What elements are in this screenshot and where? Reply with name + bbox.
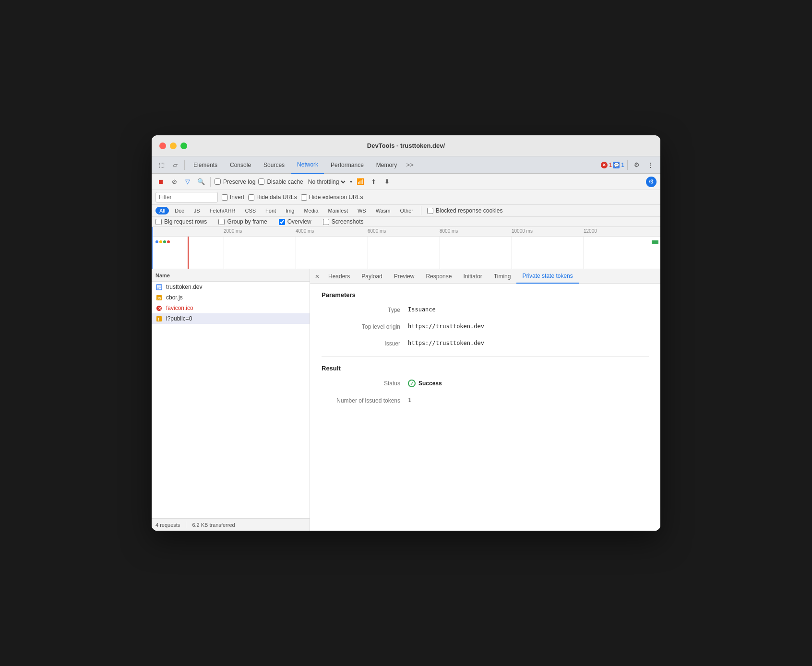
detail-tabs: × Headers Payload Preview Response Initi… bbox=[310, 269, 660, 284]
upload-icon[interactable]: ⬆ bbox=[369, 177, 379, 187]
preserve-log-label[interactable]: Preserve log bbox=[215, 178, 255, 185]
type-btn-manifest[interactable]: Manifest bbox=[324, 207, 352, 214]
blocked-cookies-label[interactable]: Blocked response cookies bbox=[427, 207, 502, 214]
group-by-frame-label[interactable]: Group by frame bbox=[218, 218, 267, 225]
network-settings-icon[interactable]: ⚙ bbox=[646, 177, 657, 187]
transferred-size: 6.2 KB transferred bbox=[192, 522, 235, 528]
tl-gridline-5 bbox=[512, 237, 512, 269]
tab-payload[interactable]: Payload bbox=[356, 269, 388, 284]
invert-label[interactable]: Invert bbox=[222, 194, 244, 201]
close-detail-button[interactable]: × bbox=[312, 271, 322, 282]
warn-count: 1 bbox=[621, 162, 624, 168]
warn-badge[interactable]: 💬 1 bbox=[613, 162, 624, 168]
type-btn-media[interactable]: Media bbox=[300, 207, 322, 214]
settings-gear-icon[interactable]: ⚙ bbox=[631, 159, 643, 171]
type-btn-font[interactable]: Font bbox=[262, 207, 280, 214]
type-btn-ws[interactable]: WS bbox=[354, 207, 370, 214]
group-by-frame-checkbox[interactable] bbox=[218, 219, 225, 225]
more-options-icon[interactable]: ⋮ bbox=[644, 159, 657, 171]
wifi-icon[interactable]: 📶 bbox=[355, 177, 366, 187]
type-btn-all[interactable]: All bbox=[155, 207, 169, 214]
tab-performance[interactable]: Performance bbox=[325, 156, 370, 174]
param-row-status: Status ✓ Success bbox=[322, 380, 649, 387]
invert-checkbox[interactable] bbox=[222, 194, 228, 201]
request-list: Name trusttoken.dev JS bbox=[152, 269, 310, 531]
minimize-button[interactable] bbox=[170, 143, 177, 149]
request-name: i?public=0 bbox=[166, 315, 306, 322]
blocked-cookies-checkbox[interactable] bbox=[427, 208, 433, 214]
list-item[interactable]: ! i?public=0 bbox=[152, 313, 310, 324]
type-btn-img[interactable]: Img bbox=[282, 207, 298, 214]
type-btn-other[interactable]: Other bbox=[396, 207, 417, 214]
tab-private-state-tokens[interactable]: Private state tokens bbox=[516, 269, 578, 284]
type-sep bbox=[421, 206, 421, 215]
tab-headers[interactable]: Headers bbox=[322, 269, 356, 284]
more-tabs-icon[interactable]: >> bbox=[404, 159, 416, 171]
hide-ext-urls-checkbox[interactable] bbox=[301, 194, 307, 201]
param-label-top-level-origin: Top level origin bbox=[322, 323, 408, 330]
error-badge[interactable]: ✕ 1 bbox=[601, 162, 612, 168]
tab-preview[interactable]: Preview bbox=[388, 269, 420, 284]
screenshots-label[interactable]: Screenshots bbox=[323, 218, 364, 225]
stop-recording-icon[interactable]: ⏹ bbox=[155, 177, 166, 187]
big-rows-label[interactable]: Big request rows bbox=[155, 218, 207, 225]
devtools-body: ⬚ ▱ Elements Console Sources Network Per… bbox=[152, 156, 660, 531]
big-rows-checkbox[interactable] bbox=[155, 219, 162, 225]
type-btn-js[interactable]: JS bbox=[190, 207, 204, 214]
tab-response[interactable]: Response bbox=[420, 269, 457, 284]
tl-mark-12000: 12000 bbox=[584, 228, 597, 234]
result-section-title: Result bbox=[322, 365, 649, 372]
param-row-issuer: Issuer https://trusttoken.dev bbox=[322, 340, 649, 347]
tab-timing[interactable]: Timing bbox=[488, 269, 517, 284]
check-circle-icon: ✓ bbox=[408, 380, 416, 387]
type-btn-css[interactable]: CSS bbox=[241, 207, 260, 214]
filter-bar: Invert Hide data URLs Hide extension URL… bbox=[152, 190, 660, 205]
download-icon[interactable]: ⬇ bbox=[382, 177, 393, 187]
filter-icon[interactable]: ▽ bbox=[182, 177, 193, 187]
tab-divider bbox=[184, 160, 185, 170]
error-icon: ✕ bbox=[155, 305, 162, 311]
filter-input[interactable] bbox=[155, 192, 218, 202]
disable-cache-label[interactable]: Disable cache bbox=[258, 178, 303, 185]
warn-icon: ! bbox=[155, 315, 162, 322]
search-icon[interactable]: 🔍 bbox=[196, 177, 206, 187]
options-bar: Big request rows Group by frame Overview… bbox=[152, 217, 660, 227]
tab-sources[interactable]: Sources bbox=[258, 156, 290, 174]
detail-content: Parameters Type Issuance Top level origi… bbox=[310, 284, 660, 531]
device-toolbar-icon[interactable]: ▱ bbox=[169, 159, 181, 171]
tab-memory[interactable]: Memory bbox=[370, 156, 403, 174]
inspect-element-icon[interactable]: ⬚ bbox=[155, 159, 168, 171]
param-label-issued-tokens: Number of issued tokens bbox=[322, 397, 408, 404]
type-btn-doc[interactable]: Doc bbox=[171, 207, 188, 214]
tab-console[interactable]: Console bbox=[224, 156, 257, 174]
tl-gridline-6 bbox=[584, 237, 584, 269]
timeline-bar: 2000 ms 4000 ms 6000 ms 8000 ms 10000 ms… bbox=[152, 227, 660, 269]
hide-ext-urls-label[interactable]: Hide extension URLs bbox=[301, 194, 363, 201]
overview-checkbox[interactable] bbox=[279, 219, 285, 225]
clear-icon[interactable]: ⊘ bbox=[169, 177, 179, 187]
hide-data-urls-checkbox[interactable] bbox=[248, 194, 254, 201]
status-sep bbox=[186, 522, 186, 528]
list-item[interactable]: ✕ favicon.ico bbox=[152, 303, 310, 313]
overview-label[interactable]: Overview bbox=[279, 218, 311, 225]
type-btn-wasm[interactable]: Wasm bbox=[372, 207, 394, 214]
list-item[interactable]: JS cbor.js bbox=[152, 292, 310, 303]
hide-data-urls-label[interactable]: Hide data URLs bbox=[248, 194, 297, 201]
tab-initiator[interactable]: Initiator bbox=[457, 269, 488, 284]
tab-network[interactable]: Network bbox=[291, 156, 324, 174]
tab-elements[interactable]: Elements bbox=[188, 156, 223, 174]
tl-dot-yellow bbox=[159, 240, 162, 243]
maximize-button[interactable] bbox=[180, 143, 187, 149]
error-circle-icon: ✕ bbox=[601, 162, 608, 168]
list-item[interactable]: trusttoken.dev bbox=[152, 282, 310, 292]
disable-cache-checkbox[interactable] bbox=[258, 178, 264, 185]
timeline-content bbox=[152, 237, 660, 269]
preserve-log-checkbox[interactable] bbox=[215, 178, 221, 185]
throttle-select[interactable]: No throttling bbox=[306, 178, 347, 186]
param-label-status: Status bbox=[322, 380, 408, 387]
close-button[interactable] bbox=[159, 143, 166, 149]
title-bar: DevTools - trusttoken.dev/ bbox=[152, 135, 660, 156]
type-btn-fetch[interactable]: Fetch/XHR bbox=[206, 207, 239, 214]
screenshots-checkbox[interactable] bbox=[323, 219, 329, 225]
timeline-dots bbox=[155, 240, 170, 243]
